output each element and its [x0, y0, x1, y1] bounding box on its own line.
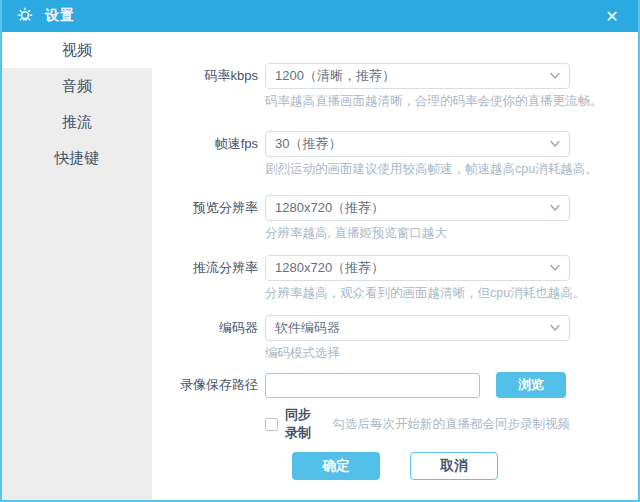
ok-button[interactable]: 确定 [292, 452, 380, 480]
sidebar-item-audio[interactable]: 音频 [2, 68, 152, 104]
stream-resolution-value: 1280x720（推荐） [275, 260, 384, 275]
fps-select[interactable]: 30（推荐） [265, 131, 570, 157]
settings-form: 码率kbps 1200（清晰，推荐） 码率越高直播画面越清晰，合理的码率会使你的… [152, 32, 638, 500]
sync-record-label: 同步录制 [285, 406, 320, 442]
cancel-button[interactable]: 取消 [410, 452, 498, 480]
chevron-down-icon [550, 72, 560, 80]
sidebar-item-hotkeys[interactable]: 快捷键 [2, 140, 152, 176]
bitrate-label: 码率kbps [152, 63, 265, 89]
preview-resolution-value: 1280x720（推荐） [275, 200, 384, 215]
chevron-down-icon [550, 204, 560, 212]
record-path-input[interactable] [265, 373, 480, 398]
chevron-down-icon [550, 140, 560, 148]
preview-resolution-row: 预览分辨率 1280x720（推荐） 分辨率越高, 直播姬预览窗口越大 [152, 195, 638, 241]
stream-resolution-row: 推流分辨率 1280x720（推荐） 分辨率越高，观众看到的画面越清晰，但cpu… [152, 255, 638, 301]
record-path-label: 录像保存路径 [152, 372, 265, 398]
preview-resolution-select[interactable]: 1280x720（推荐） [265, 195, 570, 221]
lightbulb-icon [14, 5, 36, 27]
settings-window: 设置 ✕ 视频 音频 推流 快捷键 码率kbps 1200（清晰，推荐） 码率越… [0, 0, 640, 502]
fps-label: 帧速fps [152, 131, 265, 157]
stream-resolution-hint: 分辨率越高，观众看到的画面越清晰，但cpu消耗也越高。 [265, 285, 570, 301]
fps-value: 30（推荐） [275, 136, 341, 151]
bitrate-hint: 码率越高直播画面越清晰，合理的码率会使你的直播更流畅。 [265, 93, 570, 109]
stream-resolution-select[interactable]: 1280x720（推荐） [265, 255, 570, 281]
sidebar-item-video[interactable]: 视频 [2, 32, 152, 68]
chevron-down-icon [550, 264, 560, 272]
encoder-label: 编码器 [152, 315, 265, 341]
sidebar: 视频 音频 推流 快捷键 [2, 32, 152, 500]
preview-resolution-label: 预览分辨率 [152, 195, 265, 221]
preview-resolution-hint: 分辨率越高, 直播姬预览窗口越大 [265, 225, 570, 241]
fps-hint: 剧烈运动的画面建议使用较高帧速，帧速越高cpu消耗越高。 [265, 161, 570, 177]
stream-resolution-label: 推流分辨率 [152, 255, 265, 281]
sync-record-checkbox[interactable] [265, 418, 278, 431]
encoder-hint: 编码模式选择 [265, 345, 570, 361]
bitrate-select[interactable]: 1200（清晰，推荐） [265, 63, 570, 89]
encoder-select[interactable]: 软件编码器 [265, 315, 570, 341]
sync-record-row: 同步录制 勾选后每次开始新的直播都会同步录制视频 [265, 406, 570, 442]
titlebar: 设置 ✕ [0, 0, 640, 32]
bitrate-row: 码率kbps 1200（清晰，推荐） 码率越高直播画面越清晰，合理的码率会使你的… [152, 63, 638, 109]
chevron-down-icon [550, 324, 560, 332]
fps-row: 帧速fps 30（推荐） 剧烈运动的画面建议使用较高帧速，帧速越高cpu消耗越高… [152, 131, 638, 177]
encoder-value: 软件编码器 [275, 320, 340, 335]
sync-record-hint: 勾选后每次开始新的直播都会同步录制视频 [333, 416, 571, 433]
window-title: 设置 [45, 7, 75, 25]
record-path-row: 录像保存路径 浏览 同步录制 勾选后每次开始新的直播都会同步录制视频 [152, 372, 638, 442]
close-icon[interactable]: ✕ [598, 2, 626, 30]
bitrate-value: 1200（清晰，推荐） [275, 68, 395, 83]
footer: 确定 取消 [152, 452, 638, 480]
encoder-row: 编码器 软件编码器 编码模式选择 [152, 315, 638, 361]
sidebar-item-stream[interactable]: 推流 [2, 104, 152, 140]
browse-button[interactable]: 浏览 [496, 372, 566, 398]
